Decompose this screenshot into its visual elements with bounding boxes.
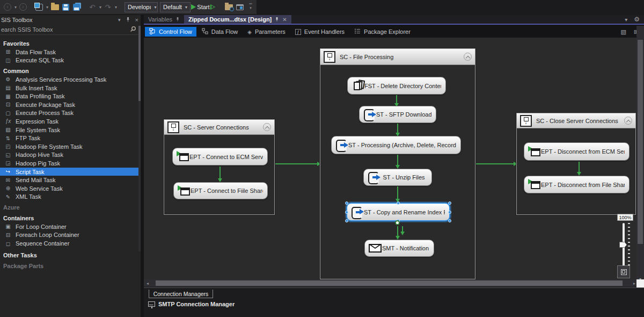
- vertical-scrollbar[interactable]: ▾▾: [636, 26, 644, 287]
- connector-anchor-dot[interactable]: [395, 220, 400, 225]
- collapse-chevron-icon[interactable]: [624, 117, 632, 125]
- task-delete-directory-contents[interactable]: FST - Delete Directory Contents: [347, 77, 446, 95]
- task-connect-ecm-server[interactable]: EPT - Connect to ECM Server: [172, 148, 268, 165]
- toolbox-item-foreach-loop[interactable]: ⊟Foreach Loop Container: [0, 231, 141, 240]
- scrollbar-thumb[interactable]: [156, 280, 623, 286]
- toolbox-item-ftp[interactable]: ⇅FTP Task: [0, 134, 141, 142]
- start-without-debug-button[interactable]: [209, 2, 217, 12]
- container-server-connections[interactable]: ↓ SC - Server Connections EPT - Connect …: [164, 119, 275, 215]
- toolbox-item-execute-package[interactable]: ⊡Execute Package Task: [0, 100, 141, 109]
- toolbox-item-data-profiling[interactable]: ▦Data Profiling Task: [0, 92, 141, 100]
- toolbox-item-bulk-insert[interactable]: ▤Bulk Insert Task: [0, 84, 141, 92]
- toolbox-group-other-tasks[interactable]: Other Tasks: [0, 251, 141, 260]
- precedence-arrow[interactable]: [475, 163, 514, 164]
- task-disconnect-ecm-server[interactable]: EPT - Disconnect from ECM Server: [524, 142, 630, 161]
- selection-handle[interactable]: [345, 211, 348, 214]
- precedence-arrow[interactable]: [397, 155, 398, 165]
- zoom-fit-button[interactable]: [617, 265, 630, 278]
- toolbox-item-web-service[interactable]: ⊕Web Service Task: [0, 184, 141, 193]
- toolbox-search-input[interactable]: earch SSIS Toolbox: [0, 25, 141, 35]
- selection-handle[interactable]: [448, 201, 451, 205]
- toolbox-item-hadoop-file-system[interactable]: ◰Hadoop File System Task: [0, 142, 141, 151]
- toolbox-group-common[interactable]: Common: [0, 67, 141, 75]
- selection-handle[interactable]: [448, 219, 451, 222]
- collapse-chevron-icon[interactable]: [263, 123, 271, 131]
- tab-control-flow[interactable]: Control Flow: [145, 27, 196, 37]
- toolbox-item-send-mail[interactable]: ✉Send Mail Task: [0, 176, 141, 184]
- horizontal-scrollbar[interactable]: ◂ ▸: [144, 279, 636, 287]
- pin-icon[interactable]: [175, 17, 180, 23]
- toolbox-group-azure[interactable]: Azure: [0, 203, 141, 212]
- toolbox-group-favorites[interactable]: Favorites: [0, 39, 141, 48]
- precedence-arrow[interactable]: [397, 186, 398, 199]
- navigate-forward-button[interactable]: ›: [19, 2, 27, 12]
- precedence-arrow[interactable]: [397, 124, 398, 133]
- precedence-arrow[interactable]: [396, 95, 397, 104]
- toolbox-group-containers[interactable]: Containers: [0, 214, 141, 222]
- redo-button[interactable]: ↷: [104, 2, 112, 12]
- close-icon[interactable]: ×: [135, 17, 138, 23]
- start-debug-button[interactable]: Start ▾: [198, 2, 207, 12]
- connection-manager-item[interactable]: SMTP Connection Manager: [148, 301, 235, 307]
- navigate-back-button[interactable]: ‹: [3, 2, 12, 12]
- tab-variables[interactable]: Variables: [144, 15, 184, 24]
- selection-handle[interactable]: [397, 201, 400, 205]
- tab-package-explorer[interactable]: Package Explorer: [350, 27, 415, 37]
- scrollbar-thumb[interactable]: [638, 40, 643, 244]
- task-copy-rename-index-file[interactable]: ST - Copy and Rename Index File: [346, 203, 450, 221]
- precedence-arrow[interactable]: [219, 167, 221, 179]
- scroll-left-icon[interactable]: ◂: [144, 281, 151, 286]
- toolbox-item-expression[interactable]: ƒxExpression Task: [0, 117, 141, 126]
- pin-icon[interactable]: [126, 17, 130, 23]
- toolbox-item-xml[interactable]: ✎XML Task: [0, 193, 141, 201]
- new-project-button[interactable]: [35, 2, 43, 12]
- close-icon[interactable]: ✕: [282, 17, 287, 23]
- pin-icon[interactable]: [275, 17, 279, 23]
- selection-handle[interactable]: [345, 219, 348, 222]
- toolbox-item-sequence-container[interactable]: ◻Sequence Container: [0, 239, 141, 248]
- selection-handle[interactable]: [448, 211, 451, 214]
- precedence-arrow[interactable]: [397, 226, 398, 236]
- toolbox-group-package-parts[interactable]: Package Parts: [0, 262, 141, 270]
- precedence-arrow[interactable]: [402, 226, 403, 232]
- configuration-mode-combo[interactable]: Developı ▾: [125, 2, 158, 12]
- undo-button[interactable]: ↶: [88, 2, 97, 12]
- toolbox-item-file-system[interactable]: ▧File System Task: [0, 126, 141, 134]
- tab-data-flow[interactable]: Data Flow: [197, 27, 243, 37]
- search-icon[interactable]: [130, 26, 136, 33]
- control-flow-canvas[interactable]: ↓ SC - Server Connections EPT - Connect …: [144, 38, 636, 279]
- toolbox-item-script-task[interactable]: ↪Script Task: [0, 168, 141, 176]
- precedence-arrow[interactable]: [579, 162, 580, 172]
- container-close-server-connections[interactable]: ↓ SC - Close Server Connections EPT - Di…: [516, 113, 636, 215]
- selection-handle[interactable]: [345, 201, 348, 205]
- precedence-arrow[interactable]: [275, 163, 318, 164]
- toolbox-item-execute-process[interactable]: ▢Execute Process Task: [0, 109, 141, 118]
- task-unzip-files[interactable]: ST - Unzip Files: [363, 169, 432, 186]
- new-window-button[interactable]: [236, 2, 244, 12]
- gear-icon[interactable]: ⚙: [634, 16, 640, 23]
- zoom-slider-handle[interactable]: [619, 242, 627, 248]
- task-connect-file-share[interactable]: EPT - Connect to Fiile Share: [173, 182, 268, 199]
- task-processing-archive-delete-log[interactable]: ST - Processing (Archive, Delete, Record…: [331, 136, 461, 154]
- collapse-chevron-icon[interactable]: [464, 53, 472, 61]
- toolbox-item-execute-sql-task[interactable]: ◫Execute SQL Task: [0, 56, 141, 65]
- annotations-icon[interactable]: ▧: [620, 28, 626, 35]
- task-disconnect-file-share[interactable]: EPT - Disconnect from File Share: [524, 176, 630, 193]
- task-smt-notification[interactable]: SMT - Notification: [364, 240, 434, 257]
- toolbox-item-analysis-services[interactable]: ⚙Analysis Services Processing Task: [0, 75, 141, 84]
- toolbar-overflow-button[interactable]: ▔▾: [246, 2, 255, 12]
- chevron-down-icon[interactable]: ▾: [625, 17, 627, 23]
- toolbox-item-for-loop[interactable]: ▣For Loop Container: [0, 222, 141, 231]
- tab-event-handlers[interactable]: f Event Handlers: [291, 27, 349, 37]
- toolbox-item-data-flow-task[interactable]: ⊞Data Flow Task: [0, 48, 141, 56]
- task-sftp-download[interactable]: ST - SFTP Download: [359, 106, 436, 123]
- find-in-files-button[interactable]: [225, 2, 233, 12]
- save-button[interactable]: [61, 2, 70, 12]
- toolbox-item-hadoop-pig[interactable]: ◲Hadoop Pig Task: [0, 159, 141, 168]
- toolbox-item-hadoop-hive[interactable]: ◱Hadoop Hive Task: [0, 151, 141, 160]
- solution-config-combo[interactable]: Default ▾: [160, 2, 191, 12]
- connection-managers-tab[interactable]: Connection Managers: [149, 290, 213, 298]
- window-position-button[interactable]: ▾: [118, 17, 121, 23]
- container-file-processing[interactable]: ↓ SC - File Processing FST - Delete Dire…: [320, 48, 475, 279]
- tab-parameters[interactable]: ◈ Parameters: [243, 27, 290, 37]
